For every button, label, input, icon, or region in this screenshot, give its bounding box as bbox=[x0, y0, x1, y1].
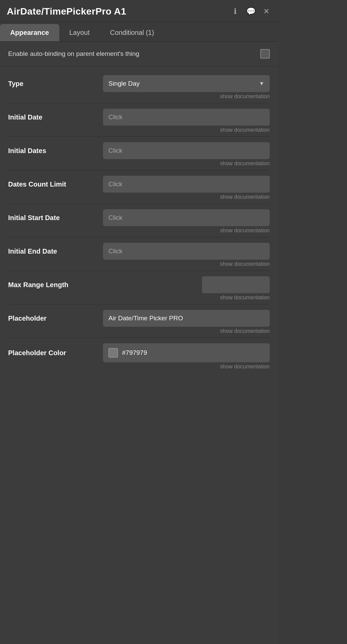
placeholder-label: Placeholder bbox=[8, 315, 96, 322]
dates-count-limit-field-group: Dates Count Limit Click bbox=[8, 176, 270, 193]
color-swatch[interactable] bbox=[108, 348, 118, 358]
auto-binding-checkbox[interactable] bbox=[260, 49, 270, 59]
dates-count-limit-show-doc[interactable]: show documentation bbox=[8, 193, 270, 203]
placeholder-color-input[interactable]: #797979 bbox=[103, 343, 270, 362]
type-dropdown-value: Single Day bbox=[108, 80, 140, 87]
info-icon[interactable]: ℹ bbox=[230, 7, 240, 16]
form-section: Type Single Day ▼ show documentation Ini… bbox=[0, 66, 278, 373]
placeholder-color-show-doc[interactable]: show documentation bbox=[8, 362, 270, 373]
initial-date-label: Initial Date bbox=[8, 113, 96, 121]
initial-dates-row: Initial Dates Click show documentation bbox=[8, 137, 270, 170]
dates-count-limit-row: Dates Count Limit Click show documentati… bbox=[8, 170, 270, 203]
initial-start-date-field-group: Initial Start Date Click bbox=[8, 209, 270, 226]
auto-binding-row: Enable auto-binding on parent element's … bbox=[0, 42, 278, 66]
placeholder-row: Placeholder Air Date/Time Picker PRO sho… bbox=[8, 304, 270, 338]
max-range-length-show-doc[interactable]: show documentation bbox=[8, 293, 270, 304]
auto-binding-label: Enable auto-binding on parent element's … bbox=[8, 50, 139, 58]
initial-date-input[interactable]: Click bbox=[103, 109, 270, 126]
initial-dates-label: Initial Dates bbox=[8, 147, 96, 155]
initial-dates-show-doc[interactable]: show documentation bbox=[8, 159, 270, 170]
color-value: #797979 bbox=[122, 349, 147, 357]
initial-date-field-group: Initial Date Click bbox=[8, 109, 270, 126]
content-area: Enable auto-binding on parent element's … bbox=[0, 42, 278, 644]
type-field-group: Type Single Day ▼ bbox=[8, 75, 270, 92]
initial-date-row: Initial Date Click show documentation bbox=[8, 103, 270, 136]
title-bar: AirDate/TimePickerPro A1 ℹ 💬 ✕ bbox=[0, 0, 278, 22]
tab-layout[interactable]: Layout bbox=[59, 24, 100, 41]
initial-end-date-show-doc[interactable]: show documentation bbox=[8, 260, 270, 271]
max-range-length-label: Max Range Length bbox=[8, 281, 96, 289]
placeholder-color-field-group: Placeholder Color #797979 bbox=[8, 343, 270, 362]
initial-dates-input[interactable]: Click bbox=[103, 142, 270, 159]
max-range-length-input[interactable] bbox=[202, 276, 270, 293]
initial-end-date-row: Initial End Date Click show documentatio… bbox=[8, 237, 270, 271]
initial-date-show-doc[interactable]: show documentation bbox=[8, 126, 270, 136]
window: AirDate/TimePickerPro A1 ℹ 💬 ✕ Appearanc… bbox=[0, 0, 278, 644]
dropdown-arrow-icon: ▼ bbox=[259, 81, 264, 87]
dates-count-limit-label: Dates Count Limit bbox=[8, 180, 96, 188]
close-icon[interactable]: ✕ bbox=[262, 7, 271, 16]
title-bar-icons: ℹ 💬 ✕ bbox=[230, 7, 271, 16]
initial-start-date-row: Initial Start Date Click show documentat… bbox=[8, 204, 270, 237]
comment-icon[interactable]: 💬 bbox=[246, 7, 256, 16]
placeholder-color-row: Placeholder Color #797979 show documenta… bbox=[8, 338, 270, 373]
window-title: AirDate/TimePickerPro A1 bbox=[7, 6, 126, 17]
tab-appearance[interactable]: Appearance bbox=[0, 24, 59, 41]
placeholder-input[interactable]: Air Date/Time Picker PRO bbox=[103, 310, 270, 327]
type-label: Type bbox=[8, 80, 96, 88]
type-row: Type Single Day ▼ show documentation bbox=[8, 70, 270, 103]
placeholder-color-label: Placeholder Color bbox=[8, 349, 96, 357]
tab-conditional[interactable]: Conditional (1) bbox=[100, 24, 164, 41]
type-show-doc[interactable]: show documentation bbox=[8, 92, 270, 103]
dates-count-limit-input[interactable]: Click bbox=[103, 176, 270, 193]
type-dropdown[interactable]: Single Day ▼ bbox=[103, 75, 270, 92]
max-range-length-field-group: Max Range Length bbox=[8, 276, 270, 293]
initial-start-date-show-doc[interactable]: show documentation bbox=[8, 226, 270, 237]
initial-end-date-input[interactable]: Click bbox=[103, 243, 270, 260]
initial-dates-field-group: Initial Dates Click bbox=[8, 142, 270, 159]
max-range-length-row: Max Range Length show documentation bbox=[8, 271, 270, 304]
tabs-bar: Appearance Layout Conditional (1) bbox=[0, 22, 278, 42]
initial-start-date-label: Initial Start Date bbox=[8, 214, 96, 222]
initial-end-date-label: Initial End Date bbox=[8, 248, 96, 255]
initial-start-date-input[interactable]: Click bbox=[103, 209, 270, 226]
initial-end-date-field-group: Initial End Date Click bbox=[8, 243, 270, 260]
placeholder-field-group: Placeholder Air Date/Time Picker PRO bbox=[8, 310, 270, 327]
placeholder-show-doc[interactable]: show documentation bbox=[8, 327, 270, 338]
